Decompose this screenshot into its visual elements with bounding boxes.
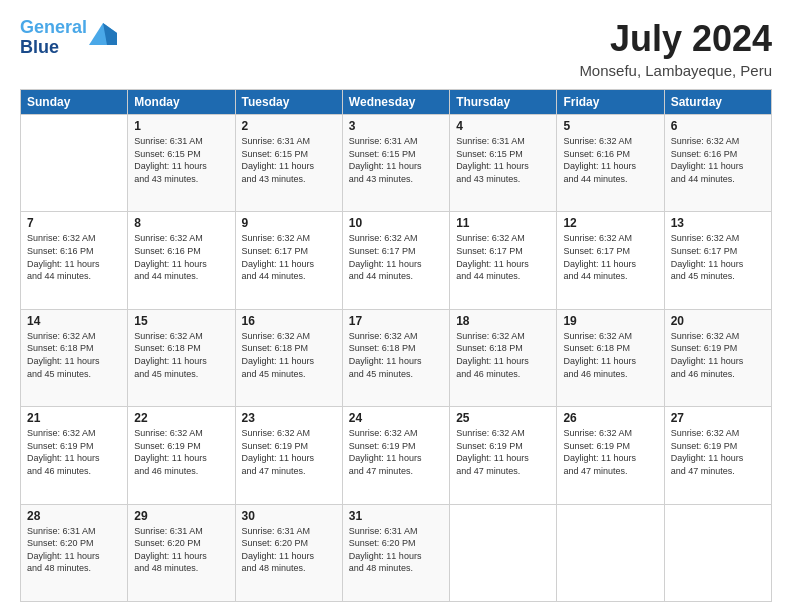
day-cell: 21Sunrise: 6:32 AM Sunset: 6:19 PM Dayli… [21,407,128,504]
day-info: Sunrise: 6:31 AM Sunset: 6:20 PM Dayligh… [134,525,228,575]
title-block: July 2024 Monsefu, Lambayeque, Peru [579,18,772,79]
day-number: 26 [563,411,657,425]
day-cell: 13Sunrise: 6:32 AM Sunset: 6:17 PM Dayli… [664,212,771,309]
day-number: 22 [134,411,228,425]
day-cell: 8Sunrise: 6:32 AM Sunset: 6:16 PM Daylig… [128,212,235,309]
day-cell: 15Sunrise: 6:32 AM Sunset: 6:18 PM Dayli… [128,309,235,406]
day-cell: 1Sunrise: 6:31 AM Sunset: 6:15 PM Daylig… [128,115,235,212]
day-number: 10 [349,216,443,230]
day-info: Sunrise: 6:32 AM Sunset: 6:19 PM Dayligh… [563,427,657,477]
day-cell [664,504,771,601]
day-cell: 24Sunrise: 6:32 AM Sunset: 6:19 PM Dayli… [342,407,449,504]
calendar-table: Sunday Monday Tuesday Wednesday Thursday… [20,89,772,602]
day-number: 1 [134,119,228,133]
day-cell: 25Sunrise: 6:32 AM Sunset: 6:19 PM Dayli… [450,407,557,504]
day-cell: 27Sunrise: 6:32 AM Sunset: 6:19 PM Dayli… [664,407,771,504]
day-number: 2 [242,119,336,133]
day-info: Sunrise: 6:31 AM Sunset: 6:20 PM Dayligh… [349,525,443,575]
day-cell: 30Sunrise: 6:31 AM Sunset: 6:20 PM Dayli… [235,504,342,601]
day-cell: 10Sunrise: 6:32 AM Sunset: 6:17 PM Dayli… [342,212,449,309]
day-cell: 29Sunrise: 6:31 AM Sunset: 6:20 PM Dayli… [128,504,235,601]
day-cell: 12Sunrise: 6:32 AM Sunset: 6:17 PM Dayli… [557,212,664,309]
day-info: Sunrise: 6:32 AM Sunset: 6:19 PM Dayligh… [134,427,228,477]
day-number: 24 [349,411,443,425]
day-number: 12 [563,216,657,230]
logo: GeneralBlue [20,18,117,58]
day-cell: 22Sunrise: 6:32 AM Sunset: 6:19 PM Dayli… [128,407,235,504]
day-cell: 20Sunrise: 6:32 AM Sunset: 6:19 PM Dayli… [664,309,771,406]
day-cell [21,115,128,212]
day-info: Sunrise: 6:32 AM Sunset: 6:17 PM Dayligh… [671,232,765,282]
day-info: Sunrise: 6:32 AM Sunset: 6:19 PM Dayligh… [242,427,336,477]
day-number: 16 [242,314,336,328]
week-row-3: 14Sunrise: 6:32 AM Sunset: 6:18 PM Dayli… [21,309,772,406]
day-info: Sunrise: 6:32 AM Sunset: 6:19 PM Dayligh… [349,427,443,477]
day-cell: 31Sunrise: 6:31 AM Sunset: 6:20 PM Dayli… [342,504,449,601]
col-friday: Friday [557,90,664,115]
day-cell: 6Sunrise: 6:32 AM Sunset: 6:16 PM Daylig… [664,115,771,212]
day-number: 13 [671,216,765,230]
day-cell: 2Sunrise: 6:31 AM Sunset: 6:15 PM Daylig… [235,115,342,212]
col-sunday: Sunday [21,90,128,115]
day-number: 31 [349,509,443,523]
day-info: Sunrise: 6:32 AM Sunset: 6:19 PM Dayligh… [27,427,121,477]
day-info: Sunrise: 6:32 AM Sunset: 6:18 PM Dayligh… [349,330,443,380]
day-cell: 16Sunrise: 6:32 AM Sunset: 6:18 PM Dayli… [235,309,342,406]
day-number: 9 [242,216,336,230]
week-row-4: 21Sunrise: 6:32 AM Sunset: 6:19 PM Dayli… [21,407,772,504]
day-number: 20 [671,314,765,328]
day-number: 30 [242,509,336,523]
day-info: Sunrise: 6:32 AM Sunset: 6:16 PM Dayligh… [671,135,765,185]
day-number: 3 [349,119,443,133]
day-info: Sunrise: 6:32 AM Sunset: 6:19 PM Dayligh… [671,427,765,477]
day-cell: 14Sunrise: 6:32 AM Sunset: 6:18 PM Dayli… [21,309,128,406]
day-info: Sunrise: 6:31 AM Sunset: 6:20 PM Dayligh… [27,525,121,575]
day-number: 29 [134,509,228,523]
day-number: 8 [134,216,228,230]
day-info: Sunrise: 6:32 AM Sunset: 6:16 PM Dayligh… [134,232,228,282]
header-row: Sunday Monday Tuesday Wednesday Thursday… [21,90,772,115]
day-info: Sunrise: 6:32 AM Sunset: 6:16 PM Dayligh… [563,135,657,185]
day-number: 14 [27,314,121,328]
day-number: 11 [456,216,550,230]
day-cell: 5Sunrise: 6:32 AM Sunset: 6:16 PM Daylig… [557,115,664,212]
month-year: July 2024 [579,18,772,60]
day-info: Sunrise: 6:32 AM Sunset: 6:18 PM Dayligh… [134,330,228,380]
day-number: 4 [456,119,550,133]
day-cell: 3Sunrise: 6:31 AM Sunset: 6:15 PM Daylig… [342,115,449,212]
day-info: Sunrise: 6:32 AM Sunset: 6:19 PM Dayligh… [671,330,765,380]
day-cell [450,504,557,601]
logo-icon [89,23,117,45]
day-cell: 17Sunrise: 6:32 AM Sunset: 6:18 PM Dayli… [342,309,449,406]
day-cell [557,504,664,601]
day-number: 6 [671,119,765,133]
header: GeneralBlue July 2024 Monsefu, Lambayequ… [20,18,772,79]
day-info: Sunrise: 6:32 AM Sunset: 6:17 PM Dayligh… [242,232,336,282]
week-row-5: 28Sunrise: 6:31 AM Sunset: 6:20 PM Dayli… [21,504,772,601]
week-row-2: 7Sunrise: 6:32 AM Sunset: 6:16 PM Daylig… [21,212,772,309]
day-number: 19 [563,314,657,328]
day-info: Sunrise: 6:31 AM Sunset: 6:20 PM Dayligh… [242,525,336,575]
logo-text: GeneralBlue [20,18,87,58]
day-info: Sunrise: 6:31 AM Sunset: 6:15 PM Dayligh… [456,135,550,185]
day-number: 17 [349,314,443,328]
day-number: 7 [27,216,121,230]
day-cell: 11Sunrise: 6:32 AM Sunset: 6:17 PM Dayli… [450,212,557,309]
day-number: 23 [242,411,336,425]
day-cell: 4Sunrise: 6:31 AM Sunset: 6:15 PM Daylig… [450,115,557,212]
day-info: Sunrise: 6:32 AM Sunset: 6:18 PM Dayligh… [242,330,336,380]
col-tuesday: Tuesday [235,90,342,115]
day-cell: 28Sunrise: 6:31 AM Sunset: 6:20 PM Dayli… [21,504,128,601]
day-cell: 7Sunrise: 6:32 AM Sunset: 6:16 PM Daylig… [21,212,128,309]
day-info: Sunrise: 6:32 AM Sunset: 6:17 PM Dayligh… [349,232,443,282]
day-info: Sunrise: 6:32 AM Sunset: 6:19 PM Dayligh… [456,427,550,477]
day-info: Sunrise: 6:31 AM Sunset: 6:15 PM Dayligh… [349,135,443,185]
col-saturday: Saturday [664,90,771,115]
day-cell: 19Sunrise: 6:32 AM Sunset: 6:18 PM Dayli… [557,309,664,406]
week-row-1: 1Sunrise: 6:31 AM Sunset: 6:15 PM Daylig… [21,115,772,212]
day-number: 28 [27,509,121,523]
day-info: Sunrise: 6:32 AM Sunset: 6:16 PM Dayligh… [27,232,121,282]
col-thursday: Thursday [450,90,557,115]
day-number: 25 [456,411,550,425]
day-cell: 9Sunrise: 6:32 AM Sunset: 6:17 PM Daylig… [235,212,342,309]
